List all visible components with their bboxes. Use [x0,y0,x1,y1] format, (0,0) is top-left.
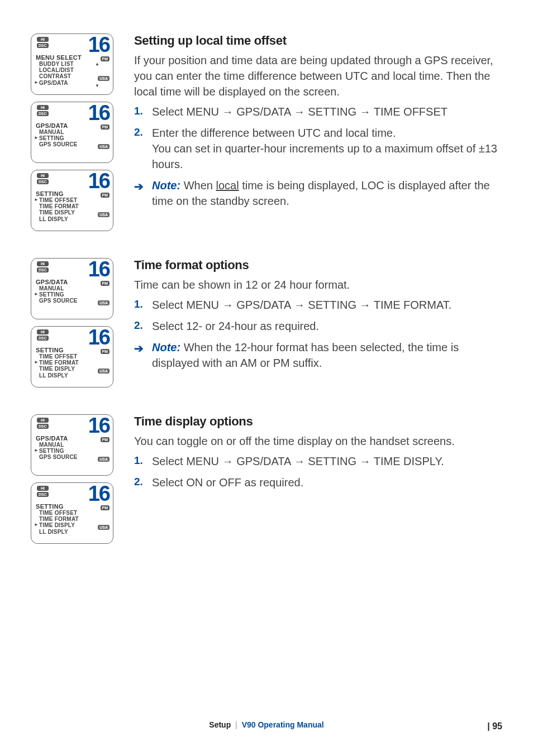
menu-row: TIME OFFSET [39,353,79,360]
menu-row: TIME OFFSET [39,197,79,203]
scroll-up-icon: ▲ [95,61,99,66]
screen-title: SETTING [36,503,64,510]
note-label: Note: [152,179,180,192]
badge-hi: HI [37,105,49,110]
step-item: Select ON or OFF as required. [134,475,502,490]
screen-title: SETTING [36,190,64,197]
footer-manual: V90 Operating Manual [242,720,324,729]
badge-pm: PM [101,349,110,354]
screen-menu: MANUALSETTINGGPS SOURCE [39,129,78,148]
badge-dsc: DSC [37,179,49,184]
menu-row: SETTING [39,448,78,454]
menu-row: LOCAL/DIST [39,67,74,73]
badge-pm: PM [101,437,110,442]
menu-row: GPS SOURCE [39,141,78,147]
menu-row: LL DISPLY [39,216,79,222]
channel-number: 16 [88,101,110,125]
radio-screen: HI DSC 16 PM USA SETTING TIME OFFSETTIME… [31,326,113,387]
badge-pm: PM [101,125,110,130]
note-label: Note: [152,341,180,353]
menu-row: TIME FORMAT [39,203,79,209]
text-column: Time format options Time can be shown in… [134,258,502,371]
menu-row: LL DISPLY [39,529,79,535]
step-item: Select MENU → GPS/DATA → SETTING → TIME … [134,297,502,313]
screen-menu: MANUALSETTINGGPS SOURCE [39,442,78,461]
note: ➔ Note: When local time is being display… [134,178,502,209]
badge-hi: HI [37,173,49,178]
menu-row: TIME FORMAT [39,516,79,522]
doc-section: HI DSC 16 PM USA GPS/DATA MANUALSETTINGG… [31,414,502,544]
footer-sep: | [235,720,237,729]
menu-row: GPS SOURCE [39,454,78,460]
section-heading: Time format options [134,258,502,272]
menu-row: MANUAL [39,442,78,448]
step-item: Enter the difference between UTC and loc… [134,125,502,172]
badge-dsc: DSC [37,492,49,497]
menu-row: SETTING [39,135,78,141]
badge-hi: HI [37,418,49,423]
badge-usa: USA [98,76,110,81]
badge-dsc: DSC [37,267,49,272]
scroll-down-icon: ▼ [95,83,99,88]
menu-row: TIME DISPLY [39,366,79,372]
menu-row: GPS/DATA [39,80,74,86]
badge-pm: PM [101,56,110,61]
section-heading: Time display options [134,414,502,429]
badge-hi: HI [37,37,49,42]
radio-screen: HI DSC 16 PM USA SETTING TIME OFFSETTIME… [31,170,113,231]
badge-usa: USA [98,144,110,149]
screen-menu: BUDDY LISTLOCAL/DISTCONTRASTGPS/DATA [39,61,74,86]
badge-usa: USA [98,369,110,374]
menu-row: TIME DISPLY [39,522,79,528]
radio-screen: HI DSC 16 PM USA GPS/DATA MANUALSETTINGG… [31,414,113,476]
page-number: | 95 [487,721,502,731]
steps-list: Select MENU → GPS/DATA → SETTING → TIME … [134,104,502,172]
screens-column: HI DSC 16 PM USA GPS/DATA MANUALSETTINGG… [31,258,117,387]
badge-pm: PM [101,193,110,198]
screen-title: SETTING [36,347,64,353]
footer-setup: Setup [209,720,231,729]
channel-number: 16 [88,33,110,57]
badge-pm: PM [101,281,110,286]
text-column: Setting up local time offset If your pos… [134,34,502,209]
doc-section: HI DSC 16 PM USA GPS/DATA MANUALSETTINGG… [31,258,502,387]
section-heading: Setting up local time offset [134,34,502,48]
screen-title: GPS/DATA [36,435,68,442]
screen-title: GPS/DATA [36,122,68,129]
channel-number: 16 [88,326,110,350]
note-arrow-icon: ➔ [134,179,144,194]
radio-screen: HI DSC 16 PM USA SETTING TIME OFFSETTIME… [31,482,113,544]
menu-row: GPS SOURCE [39,298,78,304]
note-arrow-icon: ➔ [134,341,144,356]
channel-number: 16 [88,257,110,281]
step-item: Select MENU → GPS/DATA → SETTING → TIME … [134,453,502,469]
radio-screen: HI DSC 16 PM USA GPS/DATA MANUALSETTINGG… [31,102,113,163]
section-intro: Time can be shown in 12 or 24 hour forma… [134,277,502,293]
badge-pm: PM [101,505,110,510]
badge-dsc: DSC [37,43,49,48]
screens-column: HI DSC 16 PM USA ▲▼ MENU SELECT BUDDY LI… [31,34,117,231]
badge-hi: HI [37,329,49,334]
menu-row: LL DISPLY [39,372,79,379]
radio-screen: HI DSC 16 PM USA GPS/DATA MANUALSETTINGG… [31,258,113,319]
screen-menu: MANUALSETTINGGPS SOURCE [39,285,78,304]
steps-list: Select MENU → GPS/DATA → SETTING → TIME … [134,453,502,490]
menu-row: TIME FORMAT [39,360,79,366]
screen-title: MENU SELECT [36,54,82,61]
badge-hi: HI [37,486,49,491]
screen-menu: TIME OFFSETTIME FORMATTIME DISPLYLL DISP… [39,510,79,535]
doc-section: HI DSC 16 PM USA ▲▼ MENU SELECT BUDDY LI… [31,34,502,231]
section-intro: You can toggle on or off the time displa… [134,433,502,449]
note: ➔ Note: When the 12-hour format has been… [134,339,502,371]
steps-list: Select MENU → GPS/DATA → SETTING → TIME … [134,297,502,334]
menu-row: TIME OFFSET [39,510,79,516]
screen-menu: TIME OFFSETTIME FORMATTIME DISPLYLL DISP… [39,197,79,222]
badge-usa: USA [98,457,110,462]
badge-dsc: DSC [37,424,49,429]
screens-column: HI DSC 16 PM USA GPS/DATA MANUALSETTINGG… [31,414,117,544]
menu-row: BUDDY LIST [39,61,74,67]
menu-row: MANUAL [39,129,78,135]
menu-row: MANUAL [39,285,78,291]
page-footer: Setup | V90 Operating Manual [0,720,533,729]
badge-usa: USA [98,212,110,217]
